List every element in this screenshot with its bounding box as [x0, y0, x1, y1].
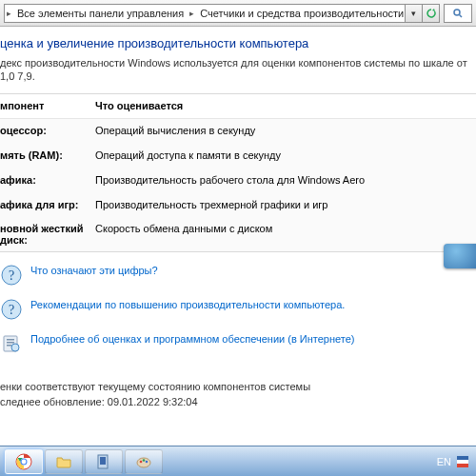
- chevron-right-icon: ▸: [188, 9, 196, 18]
- row-value: Операций доступа к памяти в секунду: [95, 149, 476, 163]
- table-row: новной жесткий диск: Скорость обмена дан…: [0, 217, 476, 251]
- search-icon: [452, 8, 464, 19]
- link-what-numbers[interactable]: Что означают эти цифры?: [30, 264, 158, 277]
- taskbar-explorer[interactable]: [45, 449, 83, 474]
- chevron-right-icon: ▸: [5, 9, 13, 18]
- row-label: мять (RAM):: [0, 149, 95, 163]
- row-label: новной жесткий диск:: [0, 223, 95, 246]
- row-value: Производительность рабочего стола для Wi…: [95, 174, 476, 188]
- language-indicator[interactable]: EN: [437, 456, 451, 467]
- search-box[interactable]: [444, 4, 472, 23]
- document-icon: [0, 332, 23, 355]
- svg-text:?: ?: [9, 303, 14, 317]
- svg-rect-22: [457, 464, 468, 467]
- header-component: мпонент: [0, 100, 95, 113]
- taskbar-chrome[interactable]: [5, 449, 43, 474]
- help-icon: ?: [0, 298, 23, 321]
- link-recommendations[interactable]: Рекомендации по повышению производительн…: [30, 298, 345, 311]
- row-label: афика:: [0, 174, 95, 188]
- address-bar: ▸ Все элементы панели управления ▸ Счетч…: [0, 0, 476, 27]
- help-icon: ?: [0, 264, 23, 287]
- palette-icon: [135, 453, 152, 470]
- row-value: Операций вычисления в секунду: [95, 125, 476, 138]
- breadcrumb-seg-performance[interactable]: Счетчики и средства производительности: [196, 8, 406, 19]
- table-row: афика для игр: Производительность трехме…: [0, 193, 476, 218]
- taskbar-app2[interactable]: [125, 449, 163, 474]
- taskbar: EN: [0, 446, 476, 476]
- row-value: Производительность трехмерной графики и …: [95, 199, 476, 212]
- link-details-online[interactable]: Подробнее об оценках и программном обесп…: [30, 332, 354, 346]
- status-update-time: следнее обновление: 09.01.2022 9:32:04: [0, 395, 476, 409]
- status-text: енки соответствуют текущему состоянию ко…: [0, 370, 476, 419]
- main-content: ценка и увеличение производительности ко…: [0, 27, 476, 419]
- svg-text:?: ?: [9, 268, 14, 283]
- svg-rect-16: [100, 457, 106, 465]
- page-title: ценка и увеличение производительности ко…: [0, 32, 476, 56]
- table-row: афика: Производительность рабочего стола…: [0, 169, 476, 193]
- score-badge: [444, 244, 476, 268]
- flag-icon[interactable]: [457, 456, 468, 467]
- svg-point-0: [454, 10, 460, 15]
- row-label: афика для игр:: [0, 199, 95, 212]
- breadcrumb-seg-control-panel[interactable]: Все элементы панели управления: [13, 8, 188, 19]
- svg-line-1: [460, 14, 463, 17]
- link-row: Подробнее об оценках и программном обесп…: [0, 328, 476, 363]
- link-row: ? Что означают эти цифры?: [0, 260, 476, 294]
- svg-point-20: [146, 460, 149, 463]
- taskbar-app1[interactable]: [85, 449, 123, 474]
- dropdown-button[interactable]: ▾: [406, 4, 423, 23]
- svg-rect-23: [457, 456, 468, 460]
- svg-point-10: [11, 344, 19, 351]
- link-row: ? Рекомендации по повышению производител…: [0, 294, 476, 328]
- folder-icon: [55, 453, 72, 470]
- header-description: Что оценивается: [95, 100, 476, 113]
- svg-point-18: [140, 460, 143, 463]
- table-row: оцессор: Операций вычисления в секунду: [0, 119, 476, 144]
- svg-point-14: [22, 459, 27, 464]
- breadcrumb[interactable]: ▸ Все элементы панели управления ▸ Счетч…: [4, 4, 406, 23]
- table-header: мпонент Что оценивается: [0, 94, 476, 120]
- app-icon: [95, 453, 112, 470]
- chrome-icon: [15, 453, 32, 470]
- svg-rect-7: [7, 339, 14, 341]
- row-value: Скорость обмена данными с диском: [95, 223, 476, 246]
- svg-rect-9: [7, 345, 11, 347]
- refresh-button[interactable]: [423, 4, 440, 23]
- components-table: мпонент Что оценивается оцессор: Операци…: [0, 93, 476, 253]
- svg-point-19: [143, 459, 146, 462]
- table-row: мять (RAM): Операций доступа к памяти в …: [0, 144, 476, 169]
- help-links: ? Что означают эти цифры? ? Рекомендации…: [0, 252, 476, 370]
- row-label: оцессор:: [0, 125, 95, 138]
- page-subtitle: декс производительности Windows использу…: [0, 56, 476, 93]
- system-tray[interactable]: EN: [437, 456, 472, 467]
- status-line: енки соответствуют текущему состоянию ко…: [0, 380, 476, 394]
- svg-rect-8: [7, 342, 14, 344]
